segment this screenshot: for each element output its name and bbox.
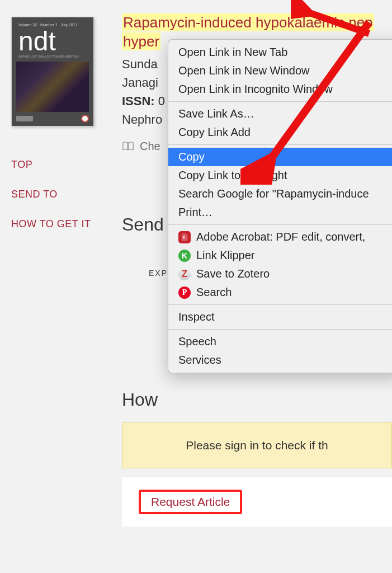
zotero-icon: Z: [178, 268, 191, 280]
menu-klipper-label: Link Klipper: [196, 249, 255, 262]
menu-open-new-window[interactable]: Open Link in New Window: [168, 62, 392, 80]
cover-logo: ndt: [16, 28, 89, 55]
nav-how-to-get-it[interactable]: HOW TO GET IT: [11, 218, 106, 230]
how-to-get-it-heading: How: [122, 389, 392, 410]
book-icon: [122, 141, 134, 151]
menu-link-klipper[interactable]: K Link Klipper: [168, 246, 392, 265]
menu-services[interactable]: Services: [168, 351, 392, 369]
menu-separator: [168, 101, 392, 102]
menu-separator: [168, 144, 392, 145]
menu-zotero-label: Save to Zotero: [196, 267, 270, 280]
pinterest-icon: P: [178, 286, 191, 299]
check-label: Che: [140, 140, 160, 153]
menu-adobe-acrobat[interactable]: Adobe Acrobat: PDF edit, convert,: [168, 228, 392, 246]
issn-value: 0: [158, 94, 165, 108]
cover-seal-icon: [81, 115, 89, 123]
menu-copy-link-highlight[interactable]: Copy Link to Highlight: [168, 166, 392, 185]
cover-image: [16, 62, 89, 112]
nav-top[interactable]: TOP: [11, 159, 106, 171]
signin-banner: Please sign in to check if th: [122, 422, 392, 468]
menu-print[interactable]: Print…: [168, 203, 392, 222]
menu-acrobat-label: Adobe Acrobat: PDF edit, convert,: [196, 231, 365, 243]
menu-inspect[interactable]: Inspect: [168, 308, 392, 326]
menu-save-link-as[interactable]: Save Link As…: [168, 105, 392, 123]
nav-send-to[interactable]: SEND TO: [11, 189, 106, 200]
cover-subtitle: NEPHROLOGY DIALYSIS TRANSPLANTATION: [16, 55, 89, 60]
title-line-2: hyper: [122, 32, 160, 50]
menu-copy-link-address[interactable]: Copy Link Add: [168, 123, 392, 142]
signin-text: Please sign in to check if th: [186, 439, 328, 452]
menu-save-zotero[interactable]: Z Save to Zotero: [168, 265, 392, 283]
menu-speech[interactable]: Speech: [168, 332, 392, 351]
request-panel: Request Article: [122, 477, 392, 527]
cover-publisher-badge: [16, 116, 33, 121]
menu-search-google[interactable]: Search Google for "Rapamycin-induce: [168, 185, 392, 203]
title-line-1: Rapamycin-induced hypokalaemic nep: [122, 13, 374, 31]
klipper-icon: K: [178, 250, 191, 262]
menu-open-new-tab[interactable]: Open Link in New Tab: [168, 43, 392, 62]
journal-cover: Volume 32 · Number 7 · July 2017 ndt NEP…: [11, 17, 94, 126]
menu-separator: [168, 224, 392, 225]
context-menu[interactable]: Open Link in New Tab Open Link in New Wi…: [168, 39, 392, 373]
menu-open-incognito[interactable]: Open Link in Incognito Window: [168, 80, 392, 98]
side-nav: TOP SEND TO HOW TO GET IT: [11, 159, 106, 230]
request-article-button[interactable]: Request Article: [139, 490, 242, 514]
menu-separator: [168, 329, 392, 330]
menu-pinterest-label: Search: [196, 286, 232, 299]
menu-separator: [168, 304, 392, 305]
menu-copy[interactable]: Copy: [168, 148, 392, 166]
menu-pinterest-search[interactable]: P Search: [168, 283, 392, 302]
pdf-icon: [178, 231, 191, 243]
issn-label: ISSN:: [122, 94, 155, 108]
